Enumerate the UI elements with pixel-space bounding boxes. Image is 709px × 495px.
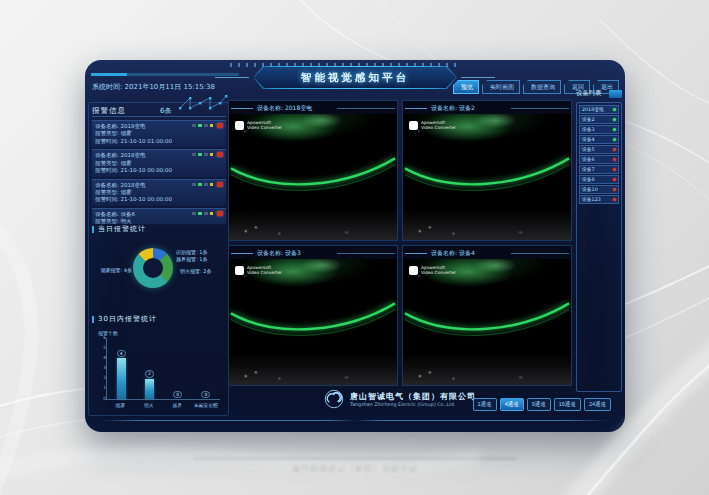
alarm-red-button[interactable] [217, 152, 223, 157]
title-banner: 智能视觉感知平台 [253, 66, 457, 89]
donut-label: 越界报警: 1条 [176, 257, 207, 262]
device-name: 设备123 [582, 196, 601, 202]
video-stream[interactable]: Apowersoft Video Converter [229, 114, 397, 240]
device-list-item[interactable]: 设备10 [579, 185, 619, 194]
alarm-list-item[interactable]: 设备名称: 2018变电 报警类型: 烟雾 报警时间: 21-10-10 00:… [92, 179, 226, 206]
alarm-level-indicator [192, 124, 214, 127]
video-cell[interactable]: 设备名称: 设备2 Apowersoft Video Converter [402, 100, 572, 241]
company-name-cn: 唐山智诚电气（集团）有限公司 [350, 391, 476, 402]
device-list-tab[interactable] [609, 90, 622, 98]
channel-button[interactable]: 1通道 [473, 398, 497, 411]
reflection-text: 唐山智诚电气（集团）有限公司 [85, 463, 625, 474]
video-cell-header: 设备名称: 设备4 [403, 246, 571, 259]
device-list-item[interactable]: 设备7 [579, 165, 619, 174]
device-status-dot [613, 128, 617, 132]
video-stream[interactable]: Apowersoft Video Converter [403, 114, 571, 240]
nav-button[interactable]: 预览 [453, 80, 479, 94]
laser-curve [403, 114, 571, 240]
device-list-item[interactable]: 设备6 [579, 155, 619, 164]
bar-chart-ytick: 2 [99, 376, 106, 381]
bar-column: 0 [192, 338, 220, 399]
device-status-dot [613, 178, 617, 182]
alarm-panel-title: 报警信息 [92, 106, 126, 116]
device-list-item[interactable]: 2018变电 [579, 105, 619, 114]
bottom-decoration-line [101, 420, 609, 421]
bar-column: 0 [164, 338, 192, 399]
nav-button[interactable]: 数据查询 [523, 80, 561, 94]
today-stats-title: 当日报警统计 [92, 226, 146, 233]
video-device-name: 设备名称: 2018变电 [257, 104, 312, 113]
page-title: 智能视觉感知平台 [301, 71, 409, 85]
video-cell-header: 设备名称: 设备2 [403, 101, 571, 114]
alarm-level-indicator [192, 212, 214, 215]
video-cell[interactable]: 设备名称: 设备3 Apowersoft Video Converter [228, 245, 398, 386]
device-list-item[interactable]: 设备5 [579, 145, 619, 154]
network-graph-icon [177, 90, 229, 114]
alarm-red-button[interactable] [217, 211, 223, 216]
device-list-item[interactable]: 设备3 [579, 125, 619, 134]
device-status-dot [613, 188, 617, 192]
panel-reflection: 唐山智诚电气（集团）有限公司 [85, 437, 625, 492]
laser-curve [229, 114, 397, 240]
company-name-en: Tangshan Zhicheng Electric (Group) Co.,L… [350, 402, 476, 407]
alarm-list-item[interactable]: 设备名称: 2018变电 报警类型: 烟雾 报警时间: 21-10-10 01:… [92, 120, 226, 147]
video-cell[interactable]: 设备名称: 设备4 Apowersoft Video Converter [402, 245, 572, 386]
bar-chart-ytick: 4 [99, 356, 106, 361]
monthly-stats-title: 30日内报警统计 [92, 316, 157, 323]
bar-chart-ytick: 6 [99, 336, 106, 341]
donut-label: 明火报警: 2条 [180, 269, 211, 274]
watermark: Apowersoft Video Converter [409, 265, 456, 275]
device-status-dot [613, 168, 617, 172]
donut-label: 烟雾报警: 4条 [92, 268, 132, 273]
video-cell-header: 设备名称: 设备3 [229, 246, 397, 259]
title-wing-left [215, 77, 249, 78]
title-wing-right [461, 77, 495, 78]
alarm-type: 报警类型: 明火 [95, 218, 223, 224]
reflection-bar [193, 457, 517, 460]
watermark: Apowersoft Video Converter [235, 265, 282, 275]
device-list-item[interactable]: 设备123 [579, 195, 619, 204]
device-name: 设备3 [582, 126, 595, 132]
alarm-time: 报警时间: 21-10-10 01:00:00 [95, 138, 223, 145]
alarm-red-button[interactable] [217, 123, 223, 128]
alarm-list: 设备名称: 2018变电 报警类型: 烟雾 报警时间: 21-10-10 01:… [92, 120, 226, 224]
channel-button[interactable]: 16通道 [554, 398, 581, 411]
video-stream[interactable]: Apowersoft Video Converter [403, 259, 571, 385]
device-status-dot [613, 158, 617, 162]
alarm-level-indicator [192, 153, 214, 156]
device-list-item[interactable]: 设备4 [579, 135, 619, 144]
alarm-list-item[interactable]: 设备名称: 设备6 报警类型: 明火 报警时间: 21-10-10 00:00:… [92, 208, 226, 224]
video-cell[interactable]: 设备名称: 2018变电 Apowersoft Video Converter [228, 100, 398, 241]
video-stream[interactable]: Apowersoft Video Converter [229, 259, 397, 385]
device-name: 设备7 [582, 166, 595, 172]
today-stats-section: 当日报警统计 识别报警: 1条 越界报警: 1条 明火报警: 2条 烟雾报警: … [92, 226, 226, 310]
channel-button[interactable]: 9通道 [527, 398, 551, 411]
alarm-type: 报警类型: 烟雾 [95, 160, 223, 167]
bar [145, 379, 154, 399]
channel-button[interactable]: 4通道 [500, 398, 524, 411]
video-grid: 设备名称: 2018变电 Apowersoft Video Converter [228, 100, 572, 386]
alarm-time: 报警时间: 21-10-10 00:00:00 [95, 167, 223, 174]
alarm-red-button[interactable] [217, 182, 223, 187]
nav-button[interactable]: 实时画面 [482, 80, 520, 94]
alarm-list-item[interactable]: 设备名称: 2018变电 报警类型: 烟雾 报警时间: 21-10-10 00:… [92, 149, 226, 176]
watermark-line2: Video Converter [247, 270, 282, 275]
bar [117, 358, 126, 399]
device-list: 2018变电 设备2 设备3 设备4 设备5 [576, 102, 622, 392]
device-status-dot [613, 148, 617, 152]
channel-button[interactable]: 24通道 [584, 398, 611, 411]
video-device-name: 设备名称: 设备2 [431, 104, 475, 113]
bar-chart-xlabels: 烟雾 明火 越界 未戴安全帽 [106, 402, 220, 408]
device-name: 设备10 [582, 186, 598, 192]
watermark-line2: Video Converter [421, 270, 456, 275]
device-list-item[interactable]: 设备2 [579, 115, 619, 124]
watermark-play-icon [235, 121, 244, 130]
watermark: Apowersoft Video Converter [235, 120, 282, 130]
watermark: Apowersoft Video Converter [409, 120, 456, 130]
bar-value-label: 4 [117, 350, 126, 357]
alarm-time: 报警时间: 21-10-10 00:00:00 [95, 196, 223, 203]
watermark-line2: Video Converter [247, 125, 282, 130]
bar-value-label: 2 [145, 370, 154, 377]
device-list-item[interactable]: 设备8 [579, 175, 619, 184]
dashboard-panel: 系统时间: 2021年10月11日 15:15:38 智能视觉感知平台 预览 实… [85, 60, 625, 432]
